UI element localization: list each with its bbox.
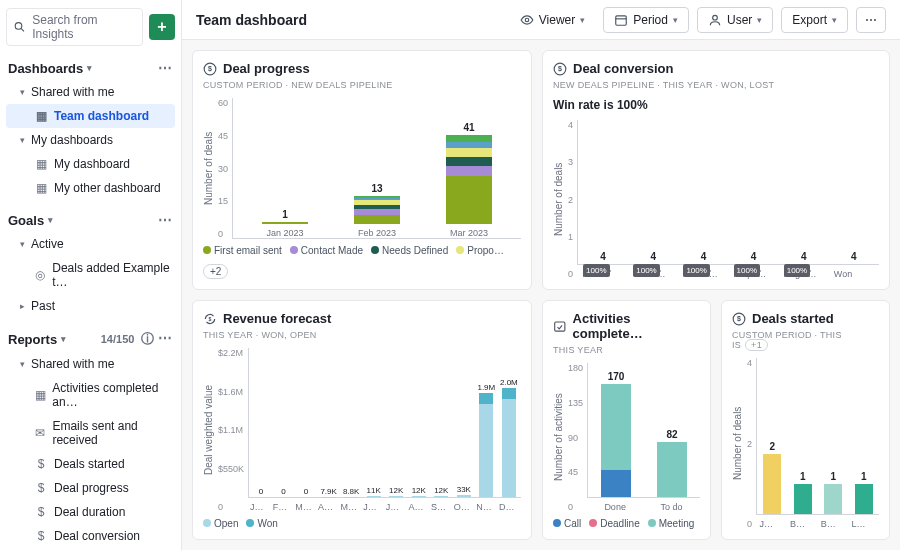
dollar-icon: $ [553,62,567,76]
card-deal-conversion: $Deal conversion NEW DEALS PIPELINE · TH… [542,50,890,290]
period-dropdown[interactable]: Period▾ [603,7,689,33]
main: Team dashboard Viewer▾ Period▾ User▾ Exp… [182,0,900,550]
winrate-text: Win rate is 100% [553,98,879,112]
refresh-dollar-icon: $ [203,312,217,326]
svg-text:$: $ [208,65,212,73]
dollar-icon: $ [732,312,746,326]
report-icon: $ [34,529,48,543]
reports-section[interactable]: Reports▾ 14/150ⓘ ⋯ [6,326,175,352]
legend-more[interactable]: +2 [203,264,228,279]
card-activities: Activities complete… THIS YEAR Number of… [542,300,711,540]
more-pill[interactable]: +1 [745,339,768,351]
search-icon [13,20,26,34]
svg-text:$: $ [558,65,562,73]
user-icon [708,13,722,27]
svg-text:$: $ [737,315,741,323]
report-icon: $ [34,481,48,495]
sidebar: Search from Insights + Dashboards▾ ⋯ ▾Sh… [0,0,182,550]
legend: First email sentContact MadeNeeds Define… [203,245,521,279]
info-icon[interactable]: ⓘ [140,330,154,348]
goals-section[interactable]: Goals▾ ⋯ [6,208,175,232]
section-menu-icon[interactable]: ⋯ [158,330,173,346]
grid-icon: ▦ [34,109,48,123]
dollar-icon: $ [203,62,217,76]
report-item[interactable]: $Deal duration [6,500,175,524]
grid-icon: ▦ [34,181,48,195]
svg-point-0 [15,23,22,30]
card-deals-started: $Deals started CUSTOM PERIOD · THIS IS+1… [721,300,890,540]
y-axis-label: Number of deals [203,98,214,239]
shared-with-me[interactable]: ▾Shared with me [6,80,175,104]
search-input[interactable]: Search from Insights [6,8,143,46]
svg-text:$: $ [209,315,212,321]
card-deal-progress: $Deal progress CUSTOM PERIOD · NEW DEALS… [192,50,532,290]
card-revenue-forecast: $Revenue forecast THIS YEAR · WON, OPEN … [192,300,532,540]
export-button[interactable]: Export▾ [781,7,848,33]
my-dashboards[interactable]: ▾My dashboards [6,128,175,152]
report-item[interactable]: $Deals started [6,452,175,476]
report-icon: $ [34,457,48,471]
target-icon: ◎ [34,268,46,282]
page-title: Team dashboard [196,12,307,28]
calendar-check-icon [553,319,567,333]
report-item[interactable]: ✉Emails sent and received [6,414,175,452]
sidebar-item-my-other-dashboard[interactable]: ▦My other dashboard [6,176,175,200]
report-icon: ✉ [34,426,46,440]
report-count: 14/150 [101,333,135,345]
eye-icon [520,13,534,27]
report-item[interactable]: $Deal progress [6,476,175,500]
reports-shared[interactable]: ▾Shared with me [6,352,175,376]
svg-line-1 [21,29,24,32]
goals-past[interactable]: ▸Past [6,294,175,318]
section-menu-icon[interactable]: ⋯ [158,60,173,76]
svg-point-2 [525,18,529,22]
add-button[interactable]: + [149,14,175,40]
sidebar-item-team-dashboard[interactable]: ▦Team dashboard [6,104,175,128]
svg-rect-11 [555,322,565,331]
report-item[interactable]: ▦Activities completed an… [6,376,175,414]
report-item[interactable]: $Deal conversion [6,524,175,548]
card-subtitle: CUSTOM PERIOD · NEW DEALS PIPELINE [203,80,521,90]
report-icon: $ [34,505,48,519]
legend: OpenWon [203,518,521,529]
report-icon: ▦ [34,388,46,402]
goal-deals-added[interactable]: ◎Deals added Example t… [6,256,175,294]
dashboards-section[interactable]: Dashboards▾ ⋯ [6,56,175,80]
chevron-down-icon: ▾ [87,63,92,73]
grid-icon: ▦ [34,157,48,171]
section-menu-icon[interactable]: ⋯ [158,212,173,228]
topbar: Team dashboard Viewer▾ Period▾ User▾ Exp… [182,0,900,40]
sidebar-item-my-dashboard[interactable]: ▦My dashboard [6,152,175,176]
calendar-icon [614,13,628,27]
svg-rect-3 [616,15,627,24]
svg-point-5 [713,15,718,20]
goals-active[interactable]: ▾Active [6,232,175,256]
viewer-dropdown[interactable]: Viewer▾ [510,8,595,32]
legend: CallDeadlineMeeting [553,518,700,529]
user-dropdown[interactable]: User▾ [697,7,773,33]
more-menu[interactable]: ⋯ [856,7,886,33]
